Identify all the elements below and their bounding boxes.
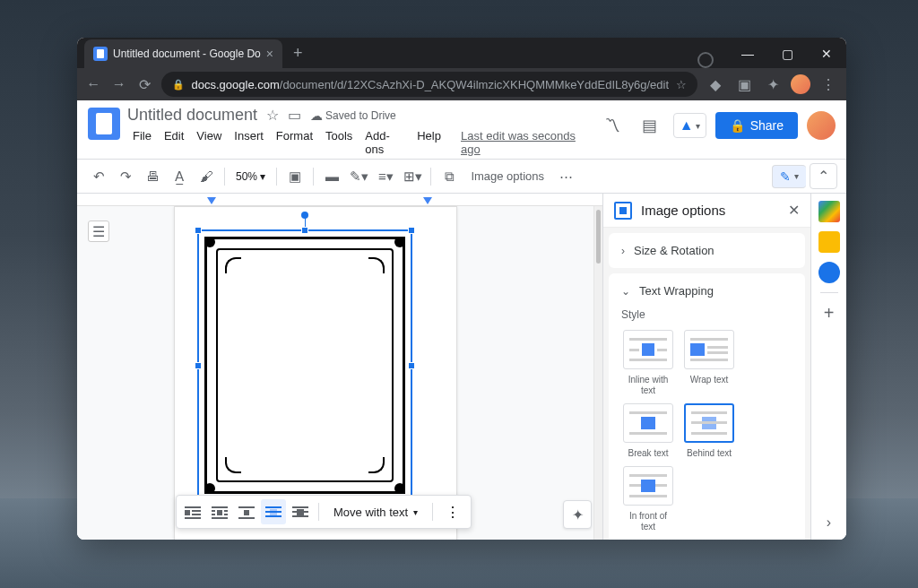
size-rotation-section[interactable]: › Size & Rotation <box>609 233 805 268</box>
profile-avatar-icon[interactable] <box>791 74 810 94</box>
resize-handle[interactable] <box>195 227 202 234</box>
wrap-text-button[interactable] <box>207 499 232 524</box>
close-icon[interactable]: ✕ <box>788 202 800 219</box>
toolbar: ↶ ↷ 🖶 A̲ 🖌 50% ▾ ▣ ▬ ✎▾ ≡▾ ⊞▾ ⧉ Image op… <box>77 159 846 193</box>
wrap-front-button[interactable] <box>288 499 313 524</box>
selected-image[interactable] <box>197 229 412 501</box>
close-tab-icon[interactable]: × <box>266 47 273 61</box>
svg-rect-12 <box>224 514 228 515</box>
more-button[interactable]: ⋯ <box>553 164 578 189</box>
border-dash-button[interactable]: ≡▾ <box>373 164 398 189</box>
svg-rect-23 <box>297 509 304 515</box>
extensions-menu-icon[interactable]: ✦ <box>762 74 784 95</box>
resize-handle[interactable] <box>195 362 202 369</box>
image-button[interactable]: ▣ <box>282 164 307 189</box>
border-color-button[interactable]: ▬ <box>319 164 344 189</box>
crop-button[interactable]: ⧉ <box>437 164 462 189</box>
menu-view[interactable]: View <box>191 126 227 159</box>
present-button[interactable]: ▲▾ <box>673 113 706 138</box>
wrap-inline-button[interactable] <box>180 499 205 524</box>
menu-file[interactable]: File <box>127 126 157 159</box>
rotate-handle[interactable] <box>301 212 308 219</box>
forward-button[interactable]: → <box>110 72 129 97</box>
editing-mode-button[interactable]: ✎▾ <box>772 165 806 188</box>
undo-button[interactable]: ↶ <box>86 164 111 189</box>
chevron-right-icon: › <box>621 245 625 257</box>
svg-rect-3 <box>185 510 190 515</box>
wrap-option-break[interactable] <box>623 403 673 443</box>
resize-handle[interactable] <box>408 227 415 234</box>
bookmark-star-icon[interactable]: ☆ <box>676 78 687 91</box>
border-weight-button[interactable]: ✎▾ <box>346 164 371 189</box>
save-status: ☁Saved to Drive <box>310 108 396 123</box>
menu-help[interactable]: Help <box>411 126 446 159</box>
extension-icon[interactable]: ◆ <box>705 74 726 95</box>
close-window-button[interactable]: ✕ <box>807 41 846 66</box>
image-options-button[interactable]: Image options <box>463 169 551 183</box>
menu-edit[interactable]: Edit <box>159 126 189 159</box>
last-edit-link[interactable]: Last edit was seconds ago <box>455 126 591 159</box>
share-button[interactable]: 🔒Share <box>715 112 798 139</box>
svg-rect-21 <box>292 506 308 508</box>
wrap-option-wrap[interactable] <box>684 330 734 369</box>
text-wrapping-section[interactable]: ⌄ Text Wrapping <box>609 273 805 308</box>
resize-handle[interactable] <box>408 362 415 369</box>
hide-panel-icon[interactable]: › <box>827 514 831 531</box>
wrap-behind-button[interactable] <box>261 499 286 524</box>
resize-handle[interactable] <box>301 227 308 234</box>
add-addon-icon[interactable]: + <box>818 302 840 324</box>
new-tab-button[interactable]: + <box>282 44 314 63</box>
more-options-icon[interactable]: ⋮ <box>438 504 467 521</box>
svg-rect-9 <box>212 510 215 512</box>
document-canvas[interactable]: ☰ <box>77 194 602 540</box>
extension-icon[interactable]: ▣ <box>733 74 755 95</box>
calendar-icon[interactable] <box>818 201 840 222</box>
browser-tab[interactable]: Untitled document - Google Do × <box>84 39 282 68</box>
svg-rect-24 <box>292 515 308 517</box>
menu-addons[interactable]: Add-ons <box>359 126 410 159</box>
print-button[interactable]: 🖶 <box>140 164 165 189</box>
url-input[interactable]: 🔒 docs.google.com/document/d/12XCsAzhXi-… <box>161 72 698 97</box>
wrap-option-behind[interactable] <box>684 403 734 443</box>
collapse-toolbar-button[interactable]: ⌃ <box>810 163 837 189</box>
record-icon[interactable] <box>697 52 714 68</box>
redo-button[interactable]: ↷ <box>113 164 138 189</box>
position-dropdown[interactable]: Move with text▾ <box>325 499 427 524</box>
spellcheck-button[interactable]: A̲ <box>167 164 192 189</box>
wrap-option-front[interactable] <box>623 466 673 506</box>
reload-button[interactable]: ⟳ <box>135 72 154 97</box>
outline-button[interactable]: ☰ <box>88 220 109 242</box>
paint-format-button[interactable]: 🖌 <box>194 164 219 189</box>
docs-favicon <box>93 47 108 61</box>
svg-rect-8 <box>217 510 222 515</box>
wrap-break-button[interactable] <box>234 499 259 524</box>
browser-menu-icon[interactable]: ⋮ <box>818 74 839 95</box>
style-label: Style <box>621 308 792 321</box>
document-title[interactable]: Untitled document <box>127 106 257 125</box>
zoom-select[interactable]: 50% ▾ <box>230 170 271 183</box>
pencil-icon: ✎ <box>780 169 791 184</box>
comments-icon[interactable]: ▤ <box>636 111 664 140</box>
back-button[interactable]: ← <box>84 72 103 97</box>
keep-icon[interactable] <box>818 231 840 253</box>
menu-format[interactable]: Format <box>271 126 318 159</box>
tasks-icon[interactable] <box>818 262 840 283</box>
menu-tools[interactable]: Tools <box>320 126 358 159</box>
image-options-panel: Image options ✕ › Size & Rotation ⌄ Text… <box>602 194 810 540</box>
maximize-button[interactable]: ▢ <box>767 41 807 66</box>
move-icon[interactable]: ▭ <box>288 107 301 124</box>
border-style-button[interactable]: ⊞▾ <box>400 164 425 189</box>
minimize-button[interactable]: — <box>728 41 767 66</box>
user-avatar[interactable] <box>807 111 836 140</box>
scrollbar[interactable] <box>593 206 602 540</box>
svg-rect-14 <box>238 506 255 508</box>
menu-insert[interactable]: Insert <box>229 126 269 159</box>
wrap-option-inline[interactable] <box>623 330 673 369</box>
svg-rect-10 <box>224 510 228 512</box>
docs-logo-icon[interactable] <box>88 108 120 140</box>
svg-rect-6 <box>185 517 201 519</box>
explore-button[interactable]: ✦ <box>563 500 592 529</box>
ruler[interactable] <box>77 194 602 206</box>
activity-icon[interactable]: 〽 <box>598 111 627 140</box>
star-icon[interactable]: ☆ <box>266 107 279 124</box>
